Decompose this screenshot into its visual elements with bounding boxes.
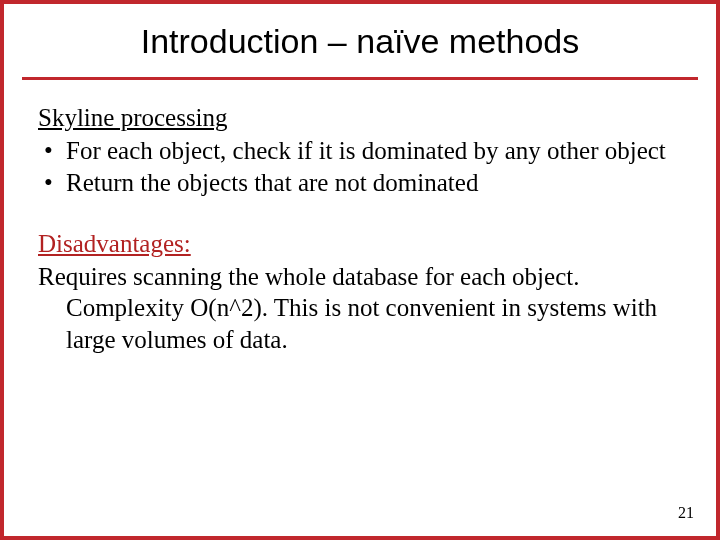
section-heading-skyline: Skyline processing xyxy=(38,102,228,133)
bullet-item: For each object, check if it is dominate… xyxy=(38,135,682,166)
slide-frame: Introduction – naïve methods Skyline pro… xyxy=(0,0,720,540)
para-line: Complexity O(n^2). This is not convenien… xyxy=(38,292,682,355)
bullet-list: For each object, check if it is dominate… xyxy=(38,135,682,198)
slide-title: Introduction – naïve methods xyxy=(4,4,716,77)
paragraph: Requires scanning the whole database for… xyxy=(38,261,682,355)
slide-content: Skyline processing For each object, chec… xyxy=(4,80,716,355)
page-number: 21 xyxy=(678,504,694,522)
para-line: Requires scanning the whole database for… xyxy=(38,261,682,292)
bullet-item: Return the objects that are not dominate… xyxy=(38,167,682,198)
section-heading-disadvantages: Disadvantages: xyxy=(38,228,191,259)
